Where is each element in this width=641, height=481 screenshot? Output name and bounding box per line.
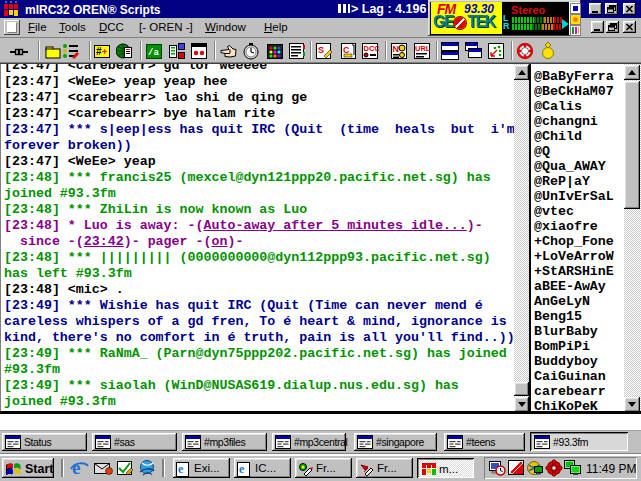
svg-text:S: S: [318, 45, 324, 55]
svg-text:N: N: [393, 44, 400, 54]
svg-text:/a: /a: [148, 48, 159, 58]
svg-text:DCC: DCC: [364, 44, 380, 53]
svg-text:+: +: [102, 47, 107, 57]
svg-text:e: e: [178, 462, 184, 476]
svg-text:C: C: [343, 45, 350, 55]
svg-text:e: e: [239, 462, 245, 476]
svg-text:URL: URL: [415, 44, 430, 53]
svg-text:e: e: [72, 458, 80, 477]
